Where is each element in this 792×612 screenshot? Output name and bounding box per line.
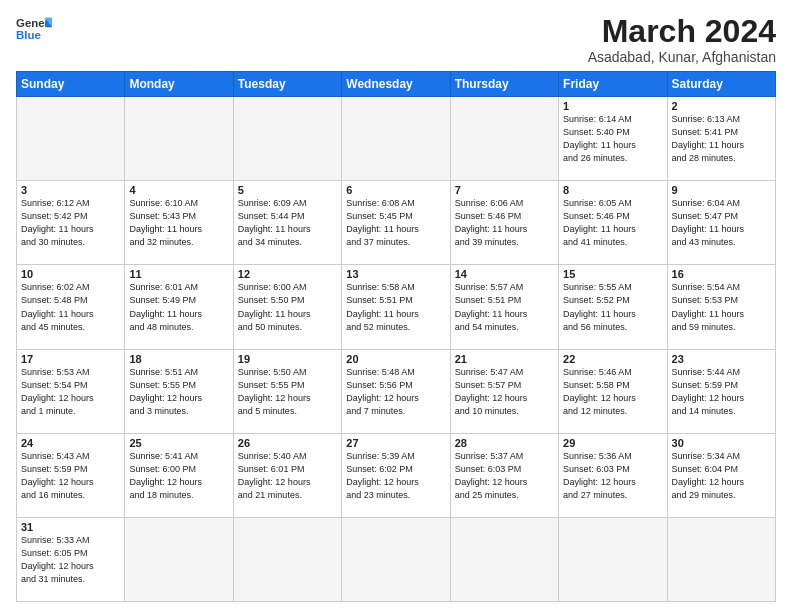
day-info: Sunrise: 6:05 AM Sunset: 5:46 PM Dayligh…	[563, 197, 662, 249]
calendar-day-cell: 11Sunrise: 6:01 AM Sunset: 5:49 PM Dayli…	[125, 265, 233, 349]
calendar-day-cell: 21Sunrise: 5:47 AM Sunset: 5:57 PM Dayli…	[450, 349, 558, 433]
day-info: Sunrise: 6:02 AM Sunset: 5:48 PM Dayligh…	[21, 281, 120, 333]
day-number: 25	[129, 437, 228, 449]
day-number: 31	[21, 521, 120, 533]
day-info: Sunrise: 6:09 AM Sunset: 5:44 PM Dayligh…	[238, 197, 337, 249]
weekday-header-thursday: Thursday	[450, 72, 558, 97]
day-info: Sunrise: 5:58 AM Sunset: 5:51 PM Dayligh…	[346, 281, 445, 333]
calendar-week-row: 17Sunrise: 5:53 AM Sunset: 5:54 PM Dayli…	[17, 349, 776, 433]
calendar-day-cell: 12Sunrise: 6:00 AM Sunset: 5:50 PM Dayli…	[233, 265, 341, 349]
day-number: 28	[455, 437, 554, 449]
day-number: 18	[129, 353, 228, 365]
day-number: 22	[563, 353, 662, 365]
day-number: 12	[238, 268, 337, 280]
svg-text:Blue: Blue	[16, 29, 41, 41]
weekday-header-sunday: Sunday	[17, 72, 125, 97]
calendar-day-cell	[450, 517, 558, 601]
calendar-day-cell: 16Sunrise: 5:54 AM Sunset: 5:53 PM Dayli…	[667, 265, 775, 349]
day-info: Sunrise: 5:34 AM Sunset: 6:04 PM Dayligh…	[672, 450, 771, 502]
day-info: Sunrise: 5:50 AM Sunset: 5:55 PM Dayligh…	[238, 366, 337, 418]
day-info: Sunrise: 6:00 AM Sunset: 5:50 PM Dayligh…	[238, 281, 337, 333]
day-info: Sunrise: 6:06 AM Sunset: 5:46 PM Dayligh…	[455, 197, 554, 249]
calendar-day-cell: 6Sunrise: 6:08 AM Sunset: 5:45 PM Daylig…	[342, 181, 450, 265]
day-info: Sunrise: 6:01 AM Sunset: 5:49 PM Dayligh…	[129, 281, 228, 333]
day-info: Sunrise: 5:37 AM Sunset: 6:03 PM Dayligh…	[455, 450, 554, 502]
day-info: Sunrise: 5:57 AM Sunset: 5:51 PM Dayligh…	[455, 281, 554, 333]
day-number: 30	[672, 437, 771, 449]
weekday-header-saturday: Saturday	[667, 72, 775, 97]
day-info: Sunrise: 6:10 AM Sunset: 5:43 PM Dayligh…	[129, 197, 228, 249]
day-number: 14	[455, 268, 554, 280]
calendar-day-cell	[233, 517, 341, 601]
day-number: 4	[129, 184, 228, 196]
calendar-day-cell	[125, 97, 233, 181]
calendar-day-cell: 22Sunrise: 5:46 AM Sunset: 5:58 PM Dayli…	[559, 349, 667, 433]
day-number: 8	[563, 184, 662, 196]
calendar-week-row: 3Sunrise: 6:12 AM Sunset: 5:42 PM Daylig…	[17, 181, 776, 265]
calendar-day-cell: 30Sunrise: 5:34 AM Sunset: 6:04 PM Dayli…	[667, 433, 775, 517]
day-info: Sunrise: 5:53 AM Sunset: 5:54 PM Dayligh…	[21, 366, 120, 418]
weekday-header-row: SundayMondayTuesdayWednesdayThursdayFrid…	[17, 72, 776, 97]
calendar-day-cell: 15Sunrise: 5:55 AM Sunset: 5:52 PM Dayli…	[559, 265, 667, 349]
day-number: 19	[238, 353, 337, 365]
day-number: 11	[129, 268, 228, 280]
calendar-day-cell: 17Sunrise: 5:53 AM Sunset: 5:54 PM Dayli…	[17, 349, 125, 433]
calendar-day-cell: 23Sunrise: 5:44 AM Sunset: 5:59 PM Dayli…	[667, 349, 775, 433]
day-number: 7	[455, 184, 554, 196]
day-info: Sunrise: 6:14 AM Sunset: 5:40 PM Dayligh…	[563, 113, 662, 165]
calendar-day-cell: 4Sunrise: 6:10 AM Sunset: 5:43 PM Daylig…	[125, 181, 233, 265]
day-number: 6	[346, 184, 445, 196]
month-title: March 2024	[588, 14, 776, 49]
calendar-week-row: 31Sunrise: 5:33 AM Sunset: 6:05 PM Dayli…	[17, 517, 776, 601]
page: General Blue March 2024 Asadabad, Kunar,…	[0, 0, 792, 612]
day-info: Sunrise: 6:12 AM Sunset: 5:42 PM Dayligh…	[21, 197, 120, 249]
day-number: 29	[563, 437, 662, 449]
calendar-week-row: 10Sunrise: 6:02 AM Sunset: 5:48 PM Dayli…	[17, 265, 776, 349]
calendar-day-cell: 28Sunrise: 5:37 AM Sunset: 6:03 PM Dayli…	[450, 433, 558, 517]
weekday-header-monday: Monday	[125, 72, 233, 97]
day-number: 3	[21, 184, 120, 196]
day-info: Sunrise: 5:40 AM Sunset: 6:01 PM Dayligh…	[238, 450, 337, 502]
calendar-day-cell: 24Sunrise: 5:43 AM Sunset: 5:59 PM Dayli…	[17, 433, 125, 517]
day-info: Sunrise: 5:54 AM Sunset: 5:53 PM Dayligh…	[672, 281, 771, 333]
day-number: 27	[346, 437, 445, 449]
day-info: Sunrise: 5:33 AM Sunset: 6:05 PM Dayligh…	[21, 534, 120, 586]
calendar-day-cell: 5Sunrise: 6:09 AM Sunset: 5:44 PM Daylig…	[233, 181, 341, 265]
calendar-day-cell: 3Sunrise: 6:12 AM Sunset: 5:42 PM Daylig…	[17, 181, 125, 265]
weekday-header-wednesday: Wednesday	[342, 72, 450, 97]
calendar-day-cell: 25Sunrise: 5:41 AM Sunset: 6:00 PM Dayli…	[125, 433, 233, 517]
calendar-day-cell	[125, 517, 233, 601]
calendar-week-row: 24Sunrise: 5:43 AM Sunset: 5:59 PM Dayli…	[17, 433, 776, 517]
calendar-day-cell: 19Sunrise: 5:50 AM Sunset: 5:55 PM Dayli…	[233, 349, 341, 433]
day-info: Sunrise: 5:46 AM Sunset: 5:58 PM Dayligh…	[563, 366, 662, 418]
day-info: Sunrise: 5:51 AM Sunset: 5:55 PM Dayligh…	[129, 366, 228, 418]
day-number: 10	[21, 268, 120, 280]
day-info: Sunrise: 5:41 AM Sunset: 6:00 PM Dayligh…	[129, 450, 228, 502]
calendar-day-cell: 20Sunrise: 5:48 AM Sunset: 5:56 PM Dayli…	[342, 349, 450, 433]
day-number: 17	[21, 353, 120, 365]
day-info: Sunrise: 6:04 AM Sunset: 5:47 PM Dayligh…	[672, 197, 771, 249]
day-number: 1	[563, 100, 662, 112]
day-number: 9	[672, 184, 771, 196]
calendar-day-cell: 18Sunrise: 5:51 AM Sunset: 5:55 PM Dayli…	[125, 349, 233, 433]
day-info: Sunrise: 5:55 AM Sunset: 5:52 PM Dayligh…	[563, 281, 662, 333]
weekday-header-friday: Friday	[559, 72, 667, 97]
calendar-day-cell: 14Sunrise: 5:57 AM Sunset: 5:51 PM Dayli…	[450, 265, 558, 349]
calendar-day-cell: 1Sunrise: 6:14 AM Sunset: 5:40 PM Daylig…	[559, 97, 667, 181]
day-info: Sunrise: 6:08 AM Sunset: 5:45 PM Dayligh…	[346, 197, 445, 249]
day-number: 24	[21, 437, 120, 449]
calendar-day-cell: 27Sunrise: 5:39 AM Sunset: 6:02 PM Dayli…	[342, 433, 450, 517]
day-number: 16	[672, 268, 771, 280]
calendar-day-cell: 9Sunrise: 6:04 AM Sunset: 5:47 PM Daylig…	[667, 181, 775, 265]
header: General Blue March 2024 Asadabad, Kunar,…	[16, 14, 776, 65]
calendar-table: SundayMondayTuesdayWednesdayThursdayFrid…	[16, 71, 776, 602]
calendar-day-cell: 2Sunrise: 6:13 AM Sunset: 5:41 PM Daylig…	[667, 97, 775, 181]
calendar-day-cell	[667, 517, 775, 601]
day-number: 20	[346, 353, 445, 365]
calendar-day-cell: 31Sunrise: 5:33 AM Sunset: 6:05 PM Dayli…	[17, 517, 125, 601]
calendar-day-cell	[559, 517, 667, 601]
calendar-day-cell	[342, 517, 450, 601]
calendar-day-cell: 10Sunrise: 6:02 AM Sunset: 5:48 PM Dayli…	[17, 265, 125, 349]
day-number: 2	[672, 100, 771, 112]
calendar-day-cell	[233, 97, 341, 181]
